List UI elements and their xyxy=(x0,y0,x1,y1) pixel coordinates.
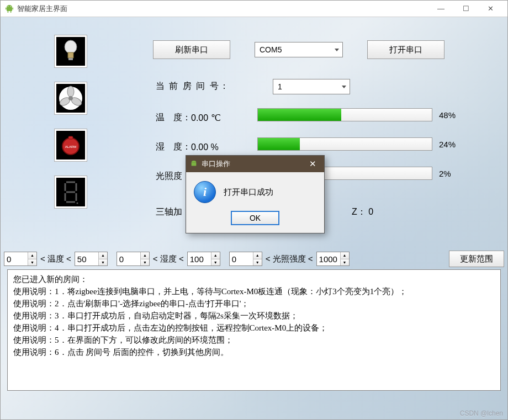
axis-row: 三轴加 xyxy=(156,206,182,218)
close-button[interactable]: ✕ xyxy=(478,1,503,17)
spin-up-icon[interactable]: ▲ xyxy=(253,252,262,259)
svg-rect-0 xyxy=(7,7,12,11)
light-range-label: < 光照强度 < xyxy=(266,254,313,264)
spin-down-icon[interactable]: ▼ xyxy=(141,259,149,266)
window-controls: — ☐ ✕ xyxy=(428,1,503,17)
seven-segment-icon xyxy=(63,180,78,204)
humid-min-spin[interactable]: 0 ▲▼ xyxy=(117,252,150,266)
temperature-progress-fill xyxy=(258,109,341,121)
axis-z-label: Z： xyxy=(352,207,366,216)
light-label: 光照度 xyxy=(156,171,182,182)
light-max-spin[interactable]: 1000 ▲▼ xyxy=(316,252,350,266)
light-row: 光照度 xyxy=(156,171,182,182)
spin-down-icon[interactable]: ▼ xyxy=(99,259,107,266)
info-textarea[interactable]: 您已进入新的房间：使用说明：1．将zigbee连接到电脑串口，并上电，等待与Co… xyxy=(7,269,501,391)
temp-min-spin[interactable]: 0 ▲▼ xyxy=(4,252,37,266)
alarm-icon: ALARM xyxy=(60,134,82,156)
svg-point-1 xyxy=(8,6,8,7)
light-percent: 2% xyxy=(439,169,451,178)
client-area: ALARM xyxy=(1,17,507,419)
humid-range-label: < 湿度 < xyxy=(153,254,184,264)
fan-icon xyxy=(58,86,83,111)
room-combo-value: 1 xyxy=(278,82,282,91)
humid-max-value: 100 xyxy=(188,252,211,265)
seven-segment-button[interactable] xyxy=(55,176,87,208)
temperature-label: 温 度： xyxy=(156,112,191,124)
info-line: 使用说明：1．将zigbee连接到电脑串口，并上电，等待与Cortex-M0板连… xyxy=(13,285,495,297)
axis-z-value: 0 xyxy=(368,207,373,216)
light-min-value: 0 xyxy=(230,252,253,265)
spin-up-icon[interactable]: ▲ xyxy=(28,252,36,259)
svg-point-7 xyxy=(65,40,77,54)
info-line: 使用说明：2．点击'刷新串口'-选择zigbee的串口-点击'打开串口'； xyxy=(13,297,495,310)
chevron-down-icon xyxy=(342,86,346,88)
update-range-button[interactable]: 更新范围 xyxy=(449,251,504,267)
svg-rect-17 xyxy=(68,136,73,139)
room-row: 当 前 房 间 号： xyxy=(156,81,254,92)
info-line: 使用说明：4．串口打开成功后，点击左边的控制按钮，远程控制Cortex-M0上的… xyxy=(13,322,495,334)
humid-min-value: 0 xyxy=(117,252,140,265)
temperature-value: 0.00 ℃ xyxy=(191,113,221,123)
port-combo-value: COM5 xyxy=(260,45,282,54)
spin-down-icon[interactable]: ▼ xyxy=(28,259,36,266)
spin-down-icon[interactable]: ▼ xyxy=(211,259,220,266)
spin-up-icon[interactable]: ▲ xyxy=(99,252,107,259)
dialog-ok-button[interactable]: OK xyxy=(231,211,279,225)
temperature-percent: 48% xyxy=(439,110,456,120)
spin-down-icon[interactable]: ▼ xyxy=(253,259,262,266)
open-port-button[interactable]: 打开串口 xyxy=(367,40,444,59)
spin-up-icon[interactable]: ▲ xyxy=(141,252,149,259)
titlebar: 智能家居主界面 — ☐ ✕ xyxy=(1,1,507,17)
serial-controls: 刷新串口 COM5 打开串口 xyxy=(153,40,444,59)
refresh-port-button[interactable]: 刷新串口 xyxy=(153,40,230,59)
info-line: 使用说明：6．点击 房间号 后面的控件，切换到其他房间。 xyxy=(13,346,495,358)
svg-rect-6 xyxy=(10,11,12,13)
axis-label: 三轴加 xyxy=(156,206,182,218)
svg-rect-3 xyxy=(6,7,7,9)
svg-rect-4 xyxy=(13,7,14,9)
svg-point-11 xyxy=(67,86,74,97)
dialog-title: 串口操作 xyxy=(202,159,230,169)
temperature-progress xyxy=(257,108,432,121)
humidity-row: 湿 度： 0.00 % xyxy=(156,141,219,153)
spin-down-icon[interactable]: ▼ xyxy=(341,259,349,266)
device-column: ALARM xyxy=(55,35,87,208)
light-bulb-icon xyxy=(62,39,79,63)
info-line: 使用说明：5．在界面的下方，可以修改此房间的环境范围； xyxy=(13,334,495,346)
port-combo[interactable]: COM5 xyxy=(255,42,343,57)
spin-up-icon[interactable]: ▲ xyxy=(211,252,220,259)
svg-rect-9 xyxy=(68,58,73,60)
spin-up-icon[interactable]: ▲ xyxy=(341,252,349,259)
main-window: 智能家居主界面 — ☐ ✕ xyxy=(0,0,508,420)
alarm-button[interactable]: ALARM xyxy=(55,129,87,161)
humidity-label: 湿 度： xyxy=(156,141,191,153)
temperature-row: 温 度： 0.00 ℃ xyxy=(156,112,221,124)
humid-max-spin[interactable]: 100 ▲▼ xyxy=(187,252,220,266)
info-line: 您已进入新的房间： xyxy=(13,273,495,285)
minimize-button[interactable]: — xyxy=(428,1,453,17)
window-title: 智能家居主界面 xyxy=(17,4,428,14)
svg-point-14 xyxy=(68,96,73,100)
serial-dialog: 串口操作 ✕ i 打开串口成功 OK xyxy=(186,155,325,233)
app-icon xyxy=(5,4,14,13)
light-max-value: 1000 xyxy=(317,252,340,265)
dialog-app-icon xyxy=(189,160,198,168)
info-icon: i xyxy=(194,181,216,203)
light-bulb-button[interactable] xyxy=(55,35,87,67)
maximize-button[interactable]: ☐ xyxy=(453,1,478,17)
room-label: 当 前 房 间 号： xyxy=(156,81,254,92)
fan-button[interactable] xyxy=(55,82,87,114)
humidity-percent: 24% xyxy=(439,140,456,149)
svg-rect-5 xyxy=(8,11,9,13)
svg-point-2 xyxy=(10,6,11,7)
svg-text:ALARM: ALARM xyxy=(65,145,77,148)
light-min-spin[interactable]: 0 ▲▼ xyxy=(229,252,262,266)
svg-rect-8 xyxy=(68,52,73,58)
watermark: CSDN @lchen xyxy=(460,410,503,417)
range-row: 0 ▲▼ < 温度 < 50 ▲▼ 0 ▲▼ < 湿度 < 100 ▲▼ 0 ▲… xyxy=(4,251,504,267)
temp-range-label: < 温度 < xyxy=(40,254,71,264)
dialog-titlebar: 串口操作 ✕ xyxy=(186,156,324,172)
temp-max-spin[interactable]: 50 ▲▼ xyxy=(75,252,108,266)
room-combo[interactable]: 1 xyxy=(273,79,350,94)
dialog-close-button[interactable]: ✕ xyxy=(304,159,321,169)
